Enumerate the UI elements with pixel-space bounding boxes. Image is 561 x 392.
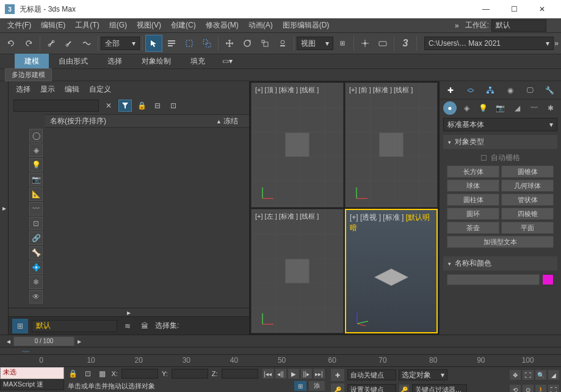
name-color-header[interactable]: 名称和颜色 (443, 256, 557, 270)
shapes-subtab-icon[interactable]: ◈ (460, 101, 474, 115)
unlink-button[interactable] (60, 35, 78, 52)
explorer-menu-display[interactable]: 显示 (40, 84, 55, 95)
torus-button[interactable]: 圆环 (447, 208, 499, 220)
key-mode-icon[interactable]: 🔑 (330, 383, 345, 392)
cylinder-button[interactable]: 圆柱体 (447, 194, 499, 206)
lock-selection-icon[interactable]: 🔒 (68, 368, 79, 379)
layer-dropdown[interactable]: 默认 (32, 320, 117, 332)
select-place-button[interactable] (274, 35, 291, 52)
ribbon-tab-modeling[interactable]: 建模 (15, 54, 49, 69)
ref-coord-dropdown[interactable]: 视图▾ (297, 37, 333, 50)
time-ruler[interactable]: 0 10 20 30 40 50 60 70 80 90 100 (0, 354, 561, 366)
filter-xref-icon[interactable]: 🔗 (29, 231, 43, 245)
geometry-subtab-icon[interactable]: ● (443, 101, 457, 115)
prev-frame-button[interactable]: ◂|| (275, 368, 287, 379)
isolate-icon[interactable]: ⊡ (82, 368, 93, 379)
cone-button[interactable]: 圆锥体 (501, 165, 554, 178)
explorer-menu-select[interactable]: 选择 (16, 84, 31, 95)
layout-icon[interactable]: ⊞ (12, 319, 28, 333)
key-filter-button[interactable]: 关键点过滤器… (412, 384, 467, 392)
explorer-menu-edit[interactable]: 编辑 (65, 84, 79, 95)
polymodel-subtab[interactable]: 多边形建模 (5, 68, 52, 81)
hierarchy-tab-icon[interactable] (484, 84, 497, 97)
goto-start-button[interactable]: |◂◂ (262, 368, 274, 379)
snap-toggle-button[interactable]: 3 (397, 35, 414, 52)
filter-hidden-icon[interactable]: 👁 (29, 290, 43, 303)
menu-graph-editor[interactable]: 图形编辑器(D) (278, 18, 335, 32)
viewport-persp-label[interactable]: [+] [透视 ] [标准 ] [默认明暗 (350, 212, 436, 233)
tube-button[interactable]: 管状体 (501, 194, 554, 206)
time-slider[interactable]: ◂ 0 / 100 ▸ (0, 335, 561, 347)
geosphere-button[interactable]: 几何球体 (501, 180, 554, 192)
minimize-button[interactable]: — (472, 0, 500, 18)
filter-cameras-icon[interactable]: 📷 (29, 173, 43, 186)
column-frozen[interactable]: ▲ 冻结 (212, 116, 249, 126)
selection-lock-icon[interactable]: ▦ (97, 368, 108, 379)
filter-groups-icon[interactable]: ⊡ (29, 217, 43, 230)
primitive-category-dropdown[interactable]: 标准基本体▾ (443, 118, 557, 131)
expand-handle-bottom[interactable]: ▸ (9, 308, 249, 316)
lights-subtab-icon[interactable]: 💡 (477, 101, 490, 115)
fov-icon[interactable]: ◢ (548, 369, 560, 380)
menu-overflow[interactable]: » (451, 21, 463, 30)
key-target-dropdown[interactable]: 选定对象▾ (399, 369, 447, 380)
teapot-button[interactable]: 茶壶 (447, 222, 499, 234)
ribbon-tab-freeform[interactable]: 自由形式 (49, 54, 98, 69)
y-input[interactable] (172, 369, 208, 379)
maximize-button[interactable]: ☐ (500, 0, 528, 18)
menu-modifier[interactable]: 修改器(M) (201, 18, 244, 32)
filter-lights-icon[interactable]: 💡 (29, 158, 43, 172)
filter-frozen-icon[interactable]: ❄ (29, 275, 43, 289)
next-frame-button[interactable]: ||▸ (300, 368, 313, 379)
max-viewport-icon[interactable]: ⛶ (548, 384, 560, 392)
select-object-button[interactable] (145, 35, 162, 52)
zoom-extents-icon[interactable]: ⛶ (522, 369, 534, 380)
menu-create[interactable]: 创建(C) (166, 18, 201, 32)
cameras-subtab-icon[interactable]: 📷 (494, 101, 507, 115)
viewport-top[interactable]: [+] [顶 ] [标准 ] [线框 ] (251, 82, 344, 208)
filter-helpers-icon[interactable]: 📐 (29, 187, 43, 201)
select-scale-button[interactable] (256, 35, 273, 52)
viewport-front[interactable]: [+] [前 ] [标准 ] [线框 ] (345, 82, 438, 208)
project-path[interactable]: C:\Users\… Max 2021▾ (424, 37, 554, 50)
lock-icon[interactable]: 🔒 (136, 100, 148, 112)
create-tab-icon[interactable]: ✚ (444, 84, 457, 97)
undo-button[interactable] (2, 35, 20, 52)
helpers-subtab-icon[interactable]: ◢ (510, 101, 524, 115)
object-type-header[interactable]: 对象类型 (443, 135, 557, 149)
menu-edit[interactable]: 编辑(E) (36, 18, 70, 32)
expand-handle-left[interactable]: ▸ (0, 81, 9, 335)
ribbon-tab-selection[interactable]: 选择 (98, 54, 132, 69)
curve-icon[interactable]: 〰 (22, 348, 31, 354)
zoom-icon[interactable]: 🔍 (535, 369, 547, 380)
object-name-input[interactable] (447, 274, 540, 285)
time-step-fwd[interactable]: ▸ (74, 336, 84, 346)
filter-icon[interactable] (118, 100, 132, 112)
filter-container-icon[interactable]: 💠 (29, 261, 43, 274)
listener-output[interactable]: 未选 (0, 367, 64, 379)
bind-spacewarp-button[interactable] (78, 35, 95, 52)
select-rotate-button[interactable] (239, 35, 256, 52)
explorer-menu-custom[interactable]: 自定义 (89, 84, 111, 95)
selection-filter-dropdown[interactable]: 全部▾ (101, 37, 140, 50)
ribbon-tab-populate[interactable]: 填充 (181, 54, 215, 69)
pyramid-button[interactable]: 四棱锥 (501, 208, 554, 220)
select-move-button[interactable] (221, 35, 238, 52)
pan-view-icon[interactable]: ✥ (509, 369, 521, 380)
select-manipulate-button[interactable] (357, 35, 374, 52)
viewport-front-label[interactable]: [+] [前 ] [标准 ] [线框 ] (349, 85, 413, 95)
play-button[interactable]: ▶ (288, 368, 300, 379)
setkey-button[interactable]: 设置关键点 (347, 384, 396, 392)
menu-file[interactable]: 文件(F) (2, 18, 36, 32)
modify-tab-icon[interactable] (465, 84, 477, 97)
hierarchy-icon[interactable]: 🏛 (138, 320, 151, 332)
menu-animation[interactable]: 动画(A) (244, 18, 278, 32)
time-thumb[interactable]: 0 / 100 (13, 336, 74, 346)
dolly-icon[interactable]: ⊙ (522, 384, 534, 392)
keyboard-shortcut-button[interactable] (374, 35, 391, 52)
menu-tools[interactable]: 工具(T) (70, 18, 104, 32)
x-input[interactable] (121, 369, 158, 379)
motion-tab-icon[interactable]: ◉ (504, 84, 517, 97)
workspace-dropdown[interactable]: 默认 (491, 20, 546, 32)
systems-subtab-icon[interactable]: ✱ (544, 101, 557, 115)
